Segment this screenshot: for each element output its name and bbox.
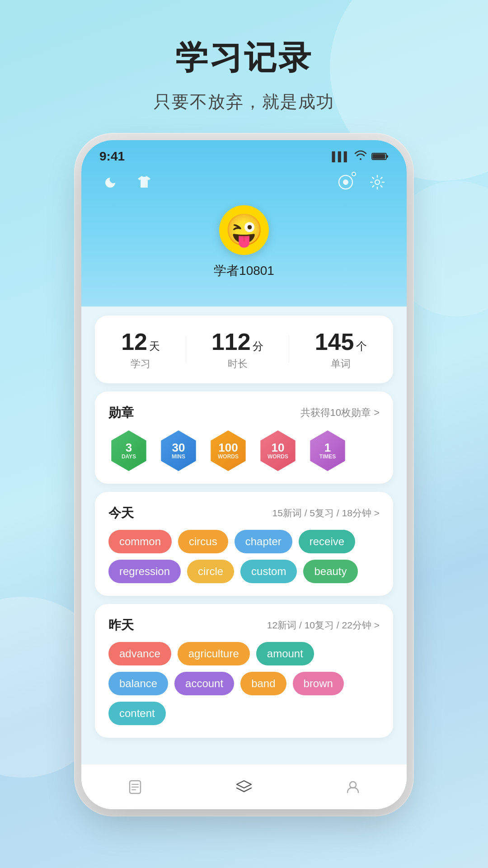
shirt-icon[interactable]: [133, 171, 155, 193]
yesterday-words: advance agriculture amount balance accou…: [108, 642, 380, 725]
nav-left: [99, 171, 155, 193]
stat-days-label: 学习: [131, 357, 150, 371]
badge-10words: 10 WORDS: [258, 430, 298, 471]
status-bar: 9:41 ▌▌▌: [81, 140, 407, 164]
badge-1times: 1 TIMES: [307, 430, 348, 471]
stat-minutes-number: 112 分: [211, 328, 263, 355]
word-balance[interactable]: balance: [108, 672, 168, 695]
bottom-nav: [81, 764, 407, 809]
word-advance[interactable]: advance: [108, 642, 171, 665]
top-nav: [81, 164, 407, 198]
word-agriculture[interactable]: agriculture: [178, 642, 250, 665]
svg-rect-1: [373, 154, 385, 159]
today-words: common circus chapter receive regression…: [108, 530, 380, 583]
battery-icon: [371, 152, 389, 161]
wifi-icon: [354, 150, 367, 163]
badges-row: 3 DAYS 30 MINS 100 WORDS 10 WORDS: [108, 430, 380, 471]
word-band[interactable]: band: [240, 672, 286, 695]
yesterday-header: 昨天 12新词 / 10复习 / 22分钟 >: [108, 617, 380, 634]
moon-icon[interactable]: [99, 171, 122, 193]
svg-rect-2: [386, 155, 388, 158]
phone-frame: 9:41 ▌▌▌: [81, 140, 407, 809]
tab-notes[interactable]: [109, 774, 161, 800]
word-account[interactable]: account: [174, 672, 234, 695]
stat-minutes-label: 时长: [228, 357, 248, 371]
stat-words-number: 145 个: [315, 328, 367, 355]
word-content[interactable]: content: [108, 702, 166, 725]
badges-card: 勋章 共获得10枚勋章 > 3 DAYS 30 MINS 100 WORDS: [95, 392, 393, 484]
today-card: 今天 15新词 / 5复习 / 18分钟 > common circus cha…: [95, 492, 393, 596]
avatar-section: 😜 学者10801: [81, 198, 407, 293]
word-custom[interactable]: custom: [240, 560, 297, 583]
today-title: 今天: [108, 505, 134, 522]
headset-icon[interactable]: [334, 171, 357, 193]
badges-title: 勋章: [108, 404, 134, 421]
stats-card: 12 天 学习 112 分 时长 145 个: [95, 316, 393, 383]
word-brown[interactable]: brown: [293, 672, 344, 695]
stat-days-number: 12 天: [121, 328, 160, 355]
status-icons: ▌▌▌: [332, 150, 389, 163]
word-beauty[interactable]: beauty: [303, 560, 357, 583]
stat-divider-1: [186, 336, 186, 363]
today-header: 今天 15新词 / 5复习 / 18分钟 >: [108, 505, 380, 522]
username: 学者10801: [214, 262, 274, 279]
word-circle[interactable]: circle: [187, 560, 234, 583]
settings-icon[interactable]: [366, 171, 389, 193]
badges-header: 勋章 共获得10枚勋章 >: [108, 404, 380, 421]
badges-link[interactable]: 共获得10枚勋章 >: [300, 406, 380, 420]
word-regression[interactable]: regression: [108, 560, 181, 583]
yesterday-stats[interactable]: 12新词 / 10复习 / 22分钟 >: [267, 619, 380, 632]
svg-point-5: [375, 180, 380, 184]
today-stats[interactable]: 15新词 / 5复习 / 18分钟 >: [272, 507, 380, 519]
badge-30mins: 30 MINS: [158, 430, 199, 471]
badge-3days: 3 DAYS: [108, 430, 149, 471]
tab-layers[interactable]: [217, 774, 271, 800]
phone-top-area: 9:41 ▌▌▌: [81, 140, 407, 307]
phone-content[interactable]: 12 天 学习 112 分 时长 145 个: [81, 307, 407, 809]
nav-right: [334, 171, 389, 193]
stat-words: 145 个 单词: [315, 328, 367, 371]
yesterday-card: 昨天 12新词 / 10复习 / 22分钟 > advance agricult…: [95, 604, 393, 738]
phone-mockup: 9:41 ▌▌▌: [81, 140, 407, 809]
stat-divider-2: [289, 336, 289, 363]
word-amount[interactable]: amount: [256, 642, 314, 665]
word-chapter[interactable]: chapter: [235, 530, 292, 553]
avatar[interactable]: 😜: [219, 205, 269, 255]
yesterday-title: 昨天: [108, 617, 134, 634]
tab-profile[interactable]: [327, 774, 379, 800]
stat-minutes: 112 分 时长: [211, 328, 263, 371]
signal-icon: ▌▌▌: [332, 151, 350, 162]
word-circus[interactable]: circus: [178, 530, 228, 553]
stat-words-label: 单词: [331, 357, 351, 371]
stat-days: 12 天 学习: [121, 328, 160, 371]
status-time: 9:41: [99, 149, 125, 164]
word-common[interactable]: common: [108, 530, 172, 553]
svg-point-4: [343, 179, 348, 185]
word-receive[interactable]: receive: [299, 530, 355, 553]
badge-100words: 100 WORDS: [208, 430, 249, 471]
